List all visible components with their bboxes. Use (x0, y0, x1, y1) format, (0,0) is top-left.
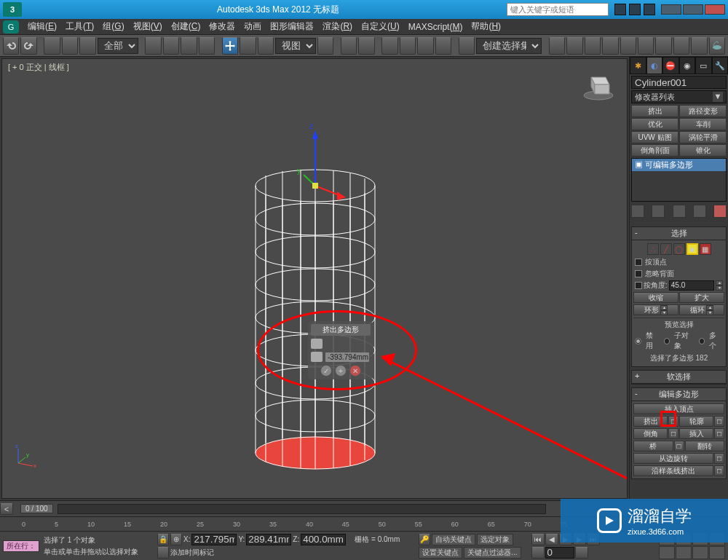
time-config-button[interactable]: < (0, 503, 13, 515)
mirror-button[interactable] (549, 37, 565, 55)
modifier-list-dropdown[interactable]: 修改器列表▼ (631, 90, 727, 103)
x-coord-input[interactable] (191, 534, 237, 545)
unlink-button[interactable] (62, 37, 78, 55)
goto-start-button[interactable]: ⏮ (531, 534, 545, 545)
subobj-element[interactable]: ▦ (700, 243, 711, 255)
menu-animation[interactable]: 动画 (240, 20, 266, 33)
outline-button[interactable]: 轮廓 (679, 416, 713, 427)
remove-mod-button[interactable] (693, 205, 706, 218)
create-tab[interactable]: ✱ (630, 57, 646, 74)
minimize-button[interactable] (661, 4, 681, 15)
app-logo[interactable]: 3 (3, 2, 22, 17)
bevel-button[interactable]: 倒角 (633, 428, 668, 439)
caddy-apply-button[interactable]: + (335, 365, 347, 376)
keyboard-shortcut-button[interactable] (358, 37, 374, 55)
menu-customize[interactable]: 自定义(U) (357, 20, 404, 33)
star-icon[interactable] (629, 4, 641, 15)
show-end-button[interactable] (652, 205, 665, 218)
caddy-value[interactable]: -393.794mm (325, 352, 369, 362)
render-setup-button[interactable] (673, 37, 689, 55)
caddy-cancel-button[interactable]: ✕ (349, 365, 361, 376)
hierarchy-tab[interactable]: ⛔ (662, 57, 679, 74)
close-button[interactable] (705, 4, 725, 15)
extrude-caddy[interactable]: 挤出多边形 -393.794mm ✓ + ✕ (308, 321, 373, 379)
menu-graph-editors[interactable]: 图形编辑器 (266, 20, 318, 33)
rollup-edit-header[interactable]: -编辑多边形 (632, 388, 726, 401)
caddy-height-icon[interactable] (311, 352, 323, 362)
motion-tab[interactable]: ◉ (679, 57, 696, 74)
stack-item-editpoly[interactable]: ▣ 可编辑多边形 (632, 159, 726, 171)
ignore-back-checkbox[interactable] (635, 270, 642, 277)
isolate-button[interactable] (157, 547, 169, 559)
key-mode-button[interactable] (531, 547, 545, 559)
y-coord-input[interactable] (246, 534, 291, 545)
mod-btn-bevel[interactable]: 倒角剖面 (631, 144, 678, 157)
mod-btn-extrude[interactable]: 挤出 (631, 105, 678, 117)
preview-subobj-radio[interactable] (664, 338, 670, 344)
prev-frame-button[interactable]: ◀ (545, 534, 558, 545)
spinner-snap-button[interactable] (435, 37, 451, 55)
select-move-button[interactable] (222, 37, 238, 55)
current-frame-input[interactable] (545, 547, 574, 559)
select-region-button[interactable] (181, 37, 197, 55)
curve-editor-button[interactable] (620, 37, 636, 55)
menu-create[interactable]: 创建(C) (167, 20, 205, 33)
flip-button[interactable]: 翻转 (685, 441, 725, 451)
set-key-button[interactable]: 🔑 (419, 534, 430, 545)
viewport[interactable]: [ + 0 正交 | 线框 ] (1, 58, 628, 499)
select-rotate-button[interactable] (240, 37, 256, 55)
menu-rendering[interactable]: 渲染(R) (318, 20, 357, 33)
lock-selection-button[interactable]: 🔒 (157, 534, 169, 545)
menu-maxscript[interactable]: MAXScript(M) (404, 22, 467, 32)
by-vertex-checkbox[interactable] (635, 259, 642, 266)
menu-help[interactable]: 帮助(H) (467, 20, 505, 33)
time-slider-track[interactable] (58, 504, 546, 514)
subobj-polygon[interactable]: ■ (687, 243, 698, 255)
help-icon[interactable] (644, 4, 655, 15)
fov-button[interactable] (659, 546, 675, 559)
menu-tools[interactable]: 工具(T) (61, 20, 98, 33)
preview-multi-radio[interactable] (699, 338, 705, 344)
app-menu-icon[interactable]: G (3, 20, 19, 33)
caddy-ok-button[interactable]: ✓ (320, 365, 332, 376)
extrude-settings-button[interactable]: □ (668, 416, 678, 427)
named-sel-sets[interactable]: 创建选择集 (476, 38, 542, 54)
selection-filter[interactable]: 全部 (98, 38, 138, 54)
link-button[interactable] (44, 37, 60, 55)
menu-views[interactable]: 视图(V) (129, 20, 167, 33)
maxscript-mini-listener[interactable]: 所在行： (3, 540, 39, 552)
extrude-spline-settings-button[interactable]: □ (714, 465, 724, 476)
shrink-button[interactable]: 收缩 (633, 292, 678, 303)
object-name-field[interactable] (631, 76, 727, 89)
mod-btn-taper[interactable]: 锥化 (679, 144, 727, 157)
menu-modifiers[interactable]: 修改器 (205, 20, 240, 33)
select-scale-button[interactable] (258, 37, 274, 55)
bridge-button[interactable]: 桥 (633, 441, 673, 451)
maximize-button[interactable] (683, 4, 703, 15)
graphite-button[interactable] (602, 37, 618, 55)
orbit-button[interactable] (692, 546, 708, 559)
pin-stack-button[interactable] (631, 205, 644, 218)
edit-named-sel-button[interactable] (459, 37, 475, 55)
extrude-button[interactable]: 挤出 (633, 416, 668, 427)
subobj-edge[interactable]: ╱ (660, 243, 672, 255)
utilities-tab[interactable]: 🔧 (712, 57, 729, 74)
add-time-tag[interactable]: 添加时间标记 (170, 548, 214, 558)
absolute-mode-button[interactable]: ⊕ (170, 534, 182, 545)
selected-filter[interactable]: 选定对象 (477, 534, 513, 545)
insert-vertex-button[interactable]: 插入顶点 (633, 403, 724, 414)
undo-button[interactable] (3, 37, 19, 55)
loop-button[interactable]: 循环▴▾ (679, 304, 724, 315)
auto-key-button[interactable]: 自动关键点 (432, 534, 475, 545)
max-toggle-button[interactable] (709, 546, 725, 559)
select-object-button[interactable] (145, 37, 161, 55)
snap-percent-button[interactable] (417, 37, 433, 55)
render-production-button[interactable] (709, 37, 725, 55)
align-button[interactable] (566, 37, 582, 55)
window-crossing-button[interactable] (199, 37, 215, 55)
mod-btn-uvw[interactable]: UVW 贴图 (631, 131, 678, 143)
modify-tab[interactable]: ◐ (646, 57, 663, 74)
angle-spinner[interactable]: 45.0 (669, 280, 714, 291)
display-tab[interactable]: ▭ (695, 57, 712, 74)
angle-up[interactable]: ▴ (716, 280, 723, 285)
